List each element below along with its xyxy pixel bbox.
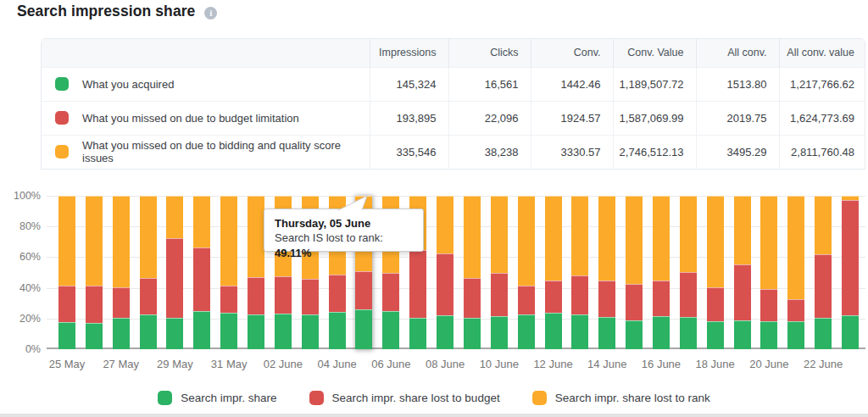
bar-12-june[interactable] <box>545 196 562 349</box>
bar-23-june[interactable] <box>842 196 859 349</box>
bar-16-june[interactable] <box>653 196 670 349</box>
bar-26-may[interactable] <box>86 196 103 349</box>
series-swatch <box>55 145 69 158</box>
bar-13-june[interactable] <box>571 196 588 349</box>
info-icon[interactable]: i <box>204 7 217 19</box>
bar-29-may[interactable] <box>166 196 183 349</box>
bar-21-june[interactable] <box>787 196 804 349</box>
legend-swatch <box>158 391 172 405</box>
bar-17-june[interactable] <box>680 196 697 349</box>
bar-segment <box>653 316 670 349</box>
bar-segment <box>626 196 643 284</box>
tooltip-pointer <box>333 193 376 211</box>
tooltip-value: 49.11% <box>275 247 311 259</box>
bar-11-june[interactable] <box>518 196 535 349</box>
bar-18-june[interactable] <box>707 196 724 349</box>
legend-label: Search impr. share lost to budget <box>332 392 500 404</box>
bar-segment <box>518 314 535 349</box>
bar-segment <box>58 322 75 349</box>
x-axis-label: 06 June <box>361 358 420 370</box>
x-axis-label: 29 May <box>145 358 204 370</box>
bar-segment <box>571 196 588 275</box>
bar-19-june[interactable] <box>734 196 751 349</box>
x-axis-label: 16 June <box>632 358 691 370</box>
bar-segment <box>518 286 535 314</box>
bar-segment <box>571 314 588 349</box>
bar-30-may[interactable] <box>193 196 210 349</box>
metric-value: 3495.29 <box>696 135 779 169</box>
bar-segment <box>140 196 157 278</box>
y-axis: 0%20%40%60%80%100% <box>0 196 41 349</box>
bar-09-june[interactable] <box>464 196 481 349</box>
bar-segment <box>707 196 724 287</box>
bar-segment <box>193 196 210 247</box>
bottom-scroll-strip[interactable] <box>0 414 868 417</box>
legend-item-search-impr-share[interactable]: Search impr. share <box>158 391 276 405</box>
table-row: What you acquired145,32416,5611442.461,1… <box>42 67 865 101</box>
legend-label: Search impr. share <box>181 392 276 404</box>
x-axis-label: 18 June <box>686 358 745 370</box>
bar-31-may[interactable] <box>220 196 237 349</box>
row-label-cell: What you missed on due to bidding and qu… <box>42 135 370 169</box>
x-axis-label: 27 May <box>92 358 151 370</box>
bar-segment <box>491 273 508 317</box>
legend-item-search-impr-share-lost-to-budget[interactable]: Search impr. share lost to budget <box>309 391 500 405</box>
bar-segment <box>220 286 237 313</box>
metric-value: 1924.57 <box>531 101 613 135</box>
column-header-impressions: Impressions <box>370 39 448 67</box>
bar-08-june[interactable] <box>437 196 453 349</box>
bar-14-june[interactable] <box>598 196 615 349</box>
bar-segment <box>545 281 562 313</box>
bar-segment <box>787 321 804 349</box>
metric-value: 16,561 <box>448 67 531 101</box>
metric-value: 1,587,069.99 <box>613 101 696 135</box>
bar-segment <box>113 196 130 287</box>
bar-25-may[interactable] <box>58 196 75 349</box>
bar-segment <box>842 315 859 349</box>
legend-swatch <box>309 391 324 405</box>
bar-segment <box>545 313 562 349</box>
bar-segment <box>220 196 237 286</box>
legend-item-search-impr-share-lost-to-rank[interactable]: Search impr. share lost to rank <box>532 391 710 405</box>
bar-segment <box>166 318 183 349</box>
bar-segment <box>760 196 777 289</box>
bar-segment <box>653 281 670 316</box>
page-title: Search impression share <box>17 3 195 20</box>
x-axis-label: 08 June <box>415 358 475 370</box>
metric-value: 193,895 <box>370 101 448 135</box>
stacked-bar-chart: 25 May27 May29 May31 May02 June04 June06… <box>47 196 865 349</box>
bar-segment <box>166 196 183 238</box>
metric-value: 2019.75 <box>696 101 779 135</box>
bar-segment <box>248 196 264 277</box>
bar-segment <box>220 313 237 349</box>
bar-segment <box>815 318 832 349</box>
bar-22-june[interactable] <box>815 196 832 349</box>
bar-segment <box>787 196 804 299</box>
bar-27-may[interactable] <box>113 196 130 349</box>
series-swatch <box>55 111 69 125</box>
y-axis-label: 60% <box>0 250 41 264</box>
bar-segment <box>680 272 697 317</box>
summary-table: Impressions Clicks Conv. Conv. Value All… <box>41 38 865 170</box>
metric-value: 145,324 <box>370 67 448 101</box>
bar-20-june[interactable] <box>760 196 777 349</box>
widget-header: Search impression share i <box>17 3 217 20</box>
bar-segment <box>329 275 346 311</box>
y-axis-label: 0% <box>0 342 41 356</box>
x-axis-label: 31 May <box>199 358 259 370</box>
bar-15-june[interactable] <box>626 196 643 349</box>
column-header-blank <box>42 39 370 67</box>
bar-10-june[interactable] <box>491 196 508 349</box>
bar-segment <box>815 196 832 254</box>
column-header-all-conv: All conv. <box>696 39 779 67</box>
bar-segment <box>355 309 372 349</box>
bar-segment <box>571 275 588 314</box>
bar-segment <box>113 318 130 349</box>
bar-01-june[interactable] <box>248 196 264 349</box>
metric-value: 1,217,766.62 <box>779 67 865 101</box>
bar-segment <box>140 278 157 314</box>
bar-segment <box>760 321 777 349</box>
row-label: What you missed on due to budget limitat… <box>82 112 299 125</box>
bar-28-may[interactable] <box>140 196 157 349</box>
bar-segment <box>437 253 453 315</box>
